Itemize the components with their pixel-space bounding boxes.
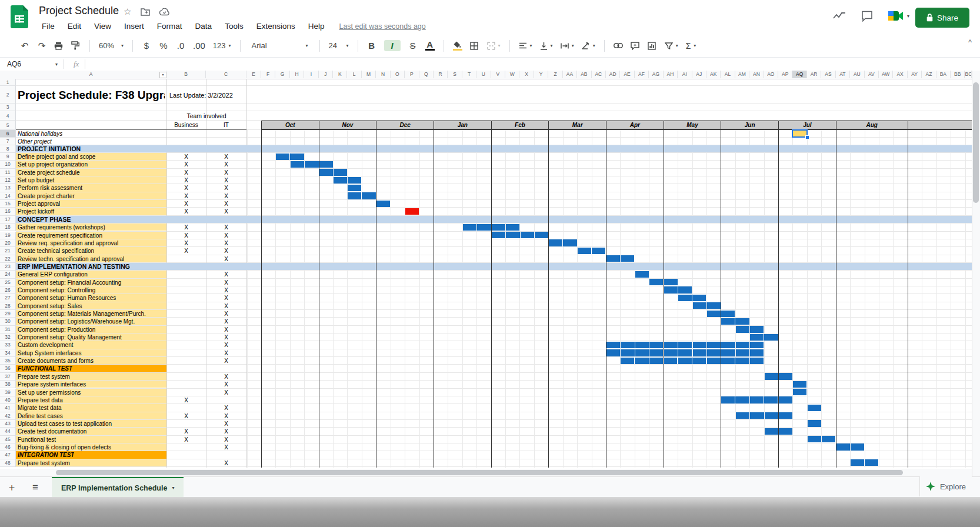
row-header-2[interactable]: 2	[0, 86, 16, 104]
zoom-select[interactable]: 60%▾	[99, 41, 124, 50]
row-header-4[interactable]: 4	[0, 111, 16, 121]
all-sheets-button[interactable]: ≡	[24, 482, 47, 493]
column-header-AN[interactable]: AN	[749, 71, 764, 78]
row-header-25[interactable]: 25	[0, 279, 16, 286]
menu-data[interactable]: Data	[191, 20, 216, 32]
row-header-12[interactable]: 12	[0, 176, 16, 184]
column-header-AW[interactable]: AW	[879, 71, 893, 78]
gantt-bar[interactable]	[291, 161, 333, 168]
number-format-button[interactable]: 123▾	[213, 41, 231, 50]
column-headers[interactable]: ABC▾EFGHIJKLMNOPQRSTUVWXYZAAABACADAEAFAG…	[0, 71, 972, 79]
name-box[interactable]: AQ6▾	[0, 60, 58, 68]
gantt-bar[interactable]	[793, 381, 806, 388]
column-header-AK[interactable]: AK	[706, 71, 721, 78]
gantt-bar[interactable]	[678, 295, 706, 301]
column-header-R[interactable]: R	[434, 71, 448, 78]
redo-button[interactable]: ↷	[37, 41, 46, 51]
row-header-7[interactable]: 7	[0, 138, 16, 145]
column-header-AT[interactable]: AT	[836, 71, 850, 78]
sheet-title-cell[interactable]: Project Schedule: F38 Upgrade	[18, 87, 165, 104]
menu-view[interactable]: View	[90, 20, 115, 32]
filter-button[interactable]: ▾	[665, 42, 678, 49]
gantt-bar[interactable]	[808, 420, 821, 426]
row-header-40[interactable]: 40	[0, 396, 16, 404]
gantt-bar[interactable]	[721, 318, 749, 325]
column-header-AO[interactable]: AO	[764, 71, 778, 78]
gantt-bar[interactable]	[606, 342, 764, 348]
row-header-48[interactable]: 48	[0, 459, 16, 467]
font-select[interactable]: Arial▾	[249, 41, 311, 50]
paint-format-button[interactable]	[71, 41, 81, 50]
increase-decimals-button[interactable]: .00	[193, 41, 205, 51]
column-header-Q[interactable]: Q	[419, 71, 434, 78]
text-rotation-button[interactable]: ▾	[582, 42, 595, 49]
gantt-bar[interactable]	[793, 389, 806, 395]
row-header-17[interactable]: 17	[0, 216, 16, 224]
column-header-AR[interactable]: AR	[807, 71, 821, 78]
menu-help[interactable]: Help	[304, 20, 329, 32]
column-header-AS[interactable]: AS	[821, 71, 835, 78]
gantt-bar[interactable]	[621, 358, 764, 364]
insert-chart-button[interactable]	[648, 42, 657, 50]
row-header-22[interactable]: 22	[0, 255, 16, 263]
row-header-29[interactable]: 29	[0, 310, 16, 318]
formula-input[interactable]	[85, 58, 980, 71]
row-header-11[interactable]: 11	[0, 169, 16, 176]
column-header-L[interactable]: L	[347, 71, 361, 78]
column-header-AP[interactable]: AP	[778, 71, 792, 78]
column-header-AC[interactable]: AC	[592, 71, 606, 78]
column-header-AD[interactable]: AD	[606, 71, 620, 78]
row-header-31[interactable]: 31	[0, 326, 16, 333]
gantt-bar[interactable]	[664, 286, 692, 293]
row-header-21[interactable]: 21	[0, 247, 16, 255]
column-header-AG[interactable]: AG	[649, 71, 663, 78]
row-header-18[interactable]: 18	[0, 224, 16, 231]
row-header-47[interactable]: 47	[0, 451, 16, 459]
column-header-AF[interactable]: AF	[635, 71, 649, 78]
column-header-K[interactable]: K	[333, 71, 347, 78]
column-header-E[interactable]: E	[247, 71, 261, 78]
horizontal-scrollbar-thumb[interactable]	[56, 470, 903, 475]
row-header-37[interactable]: 37	[0, 373, 16, 381]
column-header-AH[interactable]: AH	[664, 71, 678, 78]
row-header-27[interactable]: 27	[0, 294, 16, 302]
gantt-bar[interactable]	[348, 192, 375, 199]
column-header-Y[interactable]: Y	[534, 71, 548, 78]
gantt-bar[interactable]	[808, 405, 821, 411]
gantt-bar[interactable]	[693, 302, 721, 309]
row-header-6[interactable]: 6	[0, 130, 16, 138]
row-header-42[interactable]: 42	[0, 412, 16, 420]
functions-button[interactable]: Σ▾	[686, 41, 696, 51]
gantt-bar[interactable]	[348, 185, 361, 191]
column-header-AI[interactable]: AI	[678, 71, 692, 78]
column-header-BA[interactable]: BA	[936, 71, 951, 78]
format-currency-button[interactable]: $	[142, 41, 151, 51]
document-title[interactable]: Project Schedule	[39, 5, 119, 17]
fill-color-button[interactable]	[453, 41, 462, 51]
add-sheet-button[interactable]: ＋	[0, 481, 24, 494]
share-button[interactable]: Share	[915, 8, 969, 28]
gantt-bar[interactable]	[492, 232, 548, 238]
sheet-tab-caret-icon[interactable]: ▾	[172, 485, 174, 491]
row-header-28[interactable]: 28	[0, 302, 16, 310]
row-header-36[interactable]: 36	[0, 365, 16, 372]
meet-caret-icon[interactable]: ▾	[907, 14, 909, 19]
row-header-43[interactable]: 43	[0, 420, 16, 428]
legend-label[interactable]: Other project	[18, 138, 52, 145]
column-header-AB[interactable]: AB	[577, 71, 591, 78]
row-header-3[interactable]: 3	[0, 104, 16, 111]
row-header-33[interactable]: 33	[0, 341, 16, 349]
borders-button[interactable]	[470, 42, 479, 50]
row-header-1[interactable]: 1	[0, 79, 16, 86]
star-icon[interactable]: ☆	[124, 6, 131, 17]
row-header-19[interactable]: 19	[0, 232, 16, 239]
gantt-bar[interactable]	[276, 154, 304, 160]
last-update-label-cell[interactable]: Last Update:	[169, 89, 206, 101]
strikethrough-button[interactable]: S	[408, 41, 418, 51]
gantt-bar[interactable]	[836, 443, 864, 450]
column-a-dropdown-icon[interactable]: ▾	[159, 72, 166, 78]
column-header-AV[interactable]: AV	[865, 71, 879, 78]
column-header-F[interactable]: F	[261, 71, 275, 78]
last-update-value-cell[interactable]: 3/2/2022	[208, 89, 233, 101]
column-header-T[interactable]: T	[462, 71, 476, 78]
